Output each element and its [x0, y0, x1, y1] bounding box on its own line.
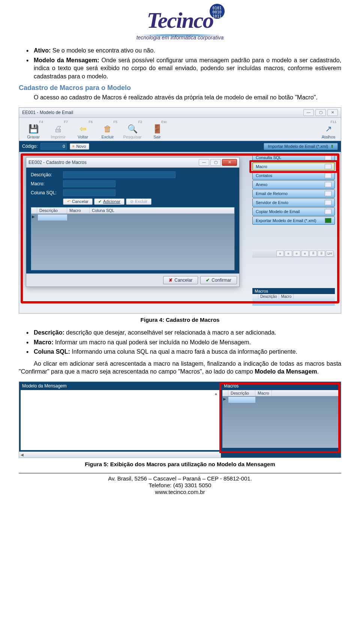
import-xml-button[interactable]: Importar Modelo de Email (*.xml) ⬆: [264, 143, 338, 150]
field-description-list: Descrição: descrição que desejar, aconse…: [19, 329, 341, 356]
row-indicator-icon: ▶: [32, 215, 35, 219]
dialog-ee002: EE002 - Cadastro de Macros — ▢ ✕ Descriç…: [26, 157, 240, 287]
side-label: Macro: [256, 164, 267, 169]
tool-sair[interactable]: Esc 🚪 Sair: [145, 119, 169, 140]
col-descricao[interactable]: Descrição: [228, 390, 255, 396]
back-arrow-icon: ⇦: [78, 124, 88, 134]
list-number-icon[interactable]: ⠿: [318, 251, 325, 257]
list-bullet-icon[interactable]: ⠿: [309, 251, 317, 257]
btn-label: Cancelar: [72, 199, 88, 204]
scroll-up-icon[interactable]: ▲: [214, 392, 218, 396]
figure-4-container: EE001 - Modelo de Email — ▢ ✕ F4 💾 Grava…: [19, 107, 341, 323]
label-macro: Macro:: [31, 181, 61, 186]
db-icon: [325, 155, 332, 160]
tool-imprimir[interactable]: F7 🖨 Imprimir: [46, 119, 70, 140]
tool-atalhos[interactable]: F11 ↗ Atalhos: [318, 119, 339, 140]
bullet-label: Descrição:: [34, 329, 64, 336]
align-right-icon[interactable]: ≡: [293, 251, 300, 257]
codigo-bar: Código: ✳ Novo Importar Modelo de Email …: [19, 141, 341, 152]
main-panel: Consulta SQL Macro Contatos Anexo Email …: [19, 152, 341, 313]
tool-label: Excluir: [101, 135, 114, 139]
grid-cell-selected[interactable]: [228, 397, 255, 403]
search-icon: 🔍: [127, 124, 138, 134]
codigo-input[interactable]: [40, 143, 67, 150]
footer-address: Av. Brasil, 5256 – Cascavel – Paraná – C…: [19, 475, 341, 482]
align-center-icon[interactable]: ≡: [285, 251, 292, 257]
para-adicionar: Ao clicar em adicionar será acrescentada…: [19, 360, 341, 376]
contacts-icon: [325, 173, 332, 178]
close-button[interactable]: ✕: [327, 109, 338, 116]
input-descricao[interactable]: [63, 171, 176, 178]
tool-label: Sair: [153, 135, 161, 139]
bullet-text: Informar um macro na qual poderá ser inc…: [53, 339, 251, 345]
side-item-copiar-modelo[interactable]: Copiar Modelo de Email: [252, 207, 335, 216]
col-macro[interactable]: Macro: [255, 390, 272, 396]
bullet-text: Informando uma coluna SQL na qual a macr…: [70, 348, 297, 355]
logo-globe-icon: 0101 0010 1011: [210, 4, 225, 19]
btn-label: Excluir: [135, 199, 147, 204]
novo-button[interactable]: ✳ Novo: [70, 143, 89, 150]
fkey-label: Esc: [161, 120, 167, 124]
message-body-area[interactable]: ▲: [21, 390, 219, 450]
bullet-descricao: Descrição: descrição que desejar, aconse…: [26, 329, 341, 337]
dlg-maximize-button[interactable]: ▢: [210, 159, 221, 166]
tool-excluir[interactable]: F5 🗑 Excluir: [96, 119, 120, 140]
side-item-email-retorno[interactable]: Email de Retorno: [252, 189, 335, 198]
macros-grid-body[interactable]: ▶: [222, 396, 339, 448]
bullet-ativo: Ativo: Se o modelo se encontra ativo ou …: [26, 47, 341, 55]
grid-cell-selected[interactable]: [38, 215, 67, 221]
footer-url: www.tecinco.com.br: [19, 489, 341, 495]
tool-pesquisar[interactable]: F2 🔍 Pesquisar: [120, 119, 144, 140]
side-item-anexo[interactable]: Anexo: [252, 180, 335, 189]
btn-label: Confirmar: [212, 278, 231, 283]
maximize-button[interactable]: ▢: [315, 109, 326, 116]
tool-gravar[interactable]: F4 💾 Gravar: [21, 119, 45, 140]
align-left-icon[interactable]: ≡: [276, 251, 284, 257]
macros-grid-body: [252, 299, 335, 306]
fkey-label: F6: [88, 120, 93, 124]
panel-macros: Macros Descrição Macro ▶: [221, 382, 341, 458]
dlg-close-button[interactable]: ✕: [222, 159, 237, 166]
gridcol-descricao[interactable]: Descrição: [37, 207, 67, 213]
x-icon: ✘: [169, 278, 172, 283]
tool-label: Imprimir: [51, 135, 66, 139]
side-item-contatos[interactable]: Contatos: [252, 171, 335, 180]
forbidden-icon: ⊘: [130, 199, 134, 204]
minimize-button[interactable]: —: [303, 109, 314, 116]
dlg-confirm-button[interactable]: ✔Confirmar: [200, 276, 237, 284]
lh-button[interactable]: LH: [326, 251, 333, 257]
figure-5-caption: Figura 5: Exibição dos Macros para utili…: [19, 461, 341, 467]
copy-icon: [325, 209, 332, 214]
text-align-toolbar: ≡ ≡ ≡ ≡ ⠿ ⠿ LH: [252, 249, 335, 258]
input-coluna-sql[interactable]: [63, 189, 116, 196]
grid-body[interactable]: ▶: [31, 214, 234, 270]
btn-adicionar[interactable]: ✔Adicionar: [94, 198, 124, 205]
toolbar: F4 💾 Gravar F7 🖨 Imprimir F6 ⇦ Voltar F5…: [19, 118, 341, 141]
horizontal-scrollbar[interactable]: ◀: [19, 452, 221, 458]
novo-label: Novo: [76, 144, 86, 149]
tool-label: Pesquisar: [123, 135, 142, 139]
trash-icon: 🗑: [102, 124, 113, 134]
side-label: Exportar Modelo de Email (*.xml): [256, 218, 316, 223]
new-icon: ✳: [72, 144, 75, 149]
bullet-modelo-mensagem: Modelo da Mensagem: Onde será possível c…: [26, 56, 341, 81]
side-item-servidor-envio[interactable]: Servidor de Envio: [252, 198, 335, 207]
dlg-minimize-button[interactable]: —: [199, 159, 209, 166]
btn-excluir-inline[interactable]: ⊘Excluir: [126, 198, 152, 205]
side-item-macro[interactable]: Macro: [252, 162, 335, 171]
btn-label: Cancelar: [174, 278, 192, 283]
tool-voltar[interactable]: F6 ⇦ Voltar: [71, 119, 95, 140]
side-item-exportar-xml[interactable]: Exportar Modelo de Email (*.xml): [252, 216, 335, 225]
gridcol-macro[interactable]: Macro: [67, 207, 90, 213]
tool-label: Gravar: [27, 135, 40, 139]
logo-tagline: tecnologia em informática corporativa: [136, 35, 224, 41]
print-icon: 🖨: [53, 124, 63, 134]
dlg-cancel-button[interactable]: ✘Cancelar: [163, 276, 198, 284]
panel-title: Macros: [221, 382, 341, 390]
gridcol-coluna-sql[interactable]: Coluna SQL: [90, 207, 234, 213]
btn-cancelar-inline[interactable]: ↶Cancelar: [63, 198, 93, 205]
side-item-consulta-sql[interactable]: Consulta SQL: [252, 153, 335, 162]
align-justify-icon[interactable]: ≡: [301, 251, 309, 257]
fkey-label: F7: [64, 120, 68, 124]
input-macro[interactable]: [63, 180, 116, 187]
